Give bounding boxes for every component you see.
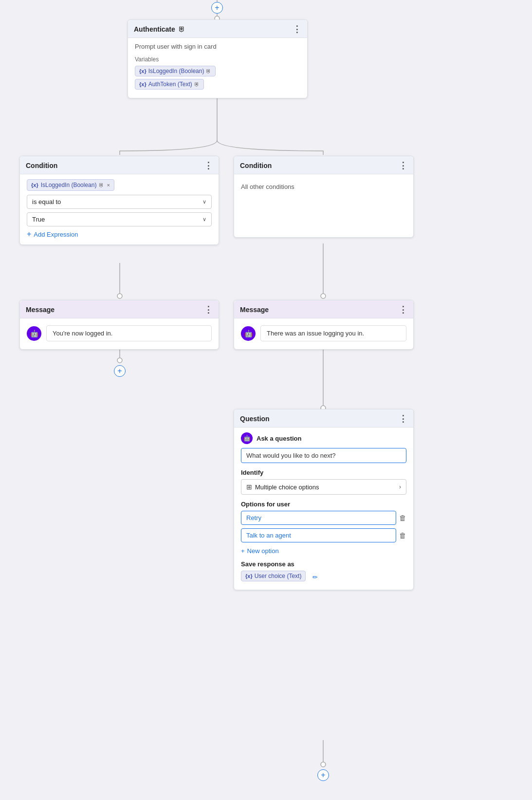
message-left-body: 🤖 You're now logged in. [20, 318, 219, 349]
authenticate-header: Authenticate ⛨ ⋮ [128, 20, 307, 38]
message-left-text: You're now logged in. [46, 325, 212, 341]
message-right-menu[interactable]: ⋮ [399, 305, 407, 314]
value-chevron: ∨ [202, 216, 206, 223]
value-dropdown[interactable]: True ∨ [27, 212, 212, 226]
variables-section: Variables {x} IsLoggedIn (Boolean) ⛨ {x}… [128, 53, 307, 98]
svg-point-4 [117, 294, 122, 298]
condition-right-card: Condition ⋮ All other conditions [234, 156, 414, 238]
options-label: Options for user [241, 501, 406, 508]
save-var-icon: {x} [245, 573, 253, 579]
bot-icon-left: 🤖 [30, 330, 38, 337]
bot-icon-right: 🤖 [244, 330, 253, 337]
condition-left-menu[interactable]: ⋮ [204, 161, 213, 170]
shield-icon-var2: ⛨ [194, 81, 200, 87]
question-text-input[interactable]: What would you like to do next? [241, 448, 406, 463]
connectors-svg [0, 0, 532, 800]
save-response-label: Save response as [241, 560, 406, 568]
value-text: True [32, 216, 45, 223]
authenticate-description: Prompt user with sign in card [128, 38, 307, 53]
message-right-title: Message [240, 306, 269, 314]
identify-row[interactable]: ⊞ Multiple choice options › [241, 479, 406, 495]
message-left-menu[interactable]: ⋮ [204, 305, 213, 314]
question-card: Question ⋮ 🤖 Ask a question What would y… [234, 409, 414, 590]
identify-value: Multiple choice options [255, 484, 319, 491]
condition-right-header: Condition ⋮ [234, 156, 413, 174]
variable-isloggedin: {x} IsLoggedIn (Boolean) ⛨ [135, 66, 216, 76]
message-right-header: Message ⋮ [234, 300, 413, 318]
svg-point-6 [117, 358, 122, 363]
authenticate-card: Authenticate ⛨ ⋮ Prompt user with sign i… [128, 19, 308, 98]
option-trash-1[interactable]: 🗑 [399, 514, 406, 522]
ask-question-label: Ask a question [257, 435, 301, 442]
operator-value: is equal to [32, 198, 61, 205]
condition-left-card: Condition ⋮ {x} IsLoggedIn (Boolean) ⛨ ×… [19, 156, 219, 245]
option-input-2[interactable] [241, 528, 396, 542]
question-header: Question ⋮ [234, 409, 413, 428]
message-left-card: Message ⋮ 🤖 You're now logged in. [19, 300, 219, 350]
message-left-header: Message ⋮ [20, 300, 219, 318]
message-right-body: 🤖 There was an issue logging you in. [234, 318, 413, 349]
new-option-icon: + [241, 547, 245, 555]
add-expression-label: Add Expression [34, 231, 78, 238]
filter-tag: {x} IsLoggedIn (Boolean) ⛨ × [27, 179, 114, 191]
message-right-text: There was an issue logging you in. [260, 325, 406, 341]
condition-left-header: Condition ⋮ [20, 156, 219, 174]
bot-avatar-right: 🤖 [241, 326, 256, 341]
message-right-card: Message ⋮ 🤖 There was an issue logging y… [234, 300, 414, 350]
condition-right-menu[interactable]: ⋮ [399, 161, 407, 170]
option-trash-2[interactable]: 🗑 [399, 531, 406, 540]
operator-dropdown[interactable]: is equal to ∨ [27, 195, 212, 209]
operator-chevron: ∨ [202, 199, 206, 205]
add-expression-icon: + [27, 230, 31, 239]
authenticate-menu[interactable]: ⋮ [293, 25, 301, 34]
left-plus-node[interactable]: + [114, 365, 126, 377]
variable-authtoken: {x} AuthToken (Text) ⛨ [135, 79, 204, 90]
question-body: 🤖 Ask a question What would you like to … [234, 428, 413, 590]
new-option-button[interactable]: + New option [241, 547, 406, 555]
question-menu[interactable]: ⋮ [399, 414, 407, 423]
add-expression-button[interactable]: + Add Expression [27, 230, 212, 239]
condition-left-title: Condition [26, 162, 57, 169]
question-title: Question [240, 415, 270, 423]
shield-icon-filter: ⛨ [99, 182, 104, 188]
identify-label: Identify [241, 469, 406, 476]
right-plus-node[interactable]: + [317, 769, 329, 781]
grid-icon: ⊞ [246, 483, 252, 491]
save-response-tag: {x} User choice (Text) [241, 571, 306, 581]
option-row-2: 🗑 [241, 528, 406, 542]
option-input-1[interactable] [241, 511, 396, 525]
condition-right-body: All other conditions [234, 174, 413, 237]
save-response-value: User choice (Text) [255, 573, 302, 579]
bot-avatar-left: 🤖 [27, 326, 41, 341]
var-icon-2: {x} [139, 81, 147, 87]
ask-question-header: 🤖 Ask a question [241, 432, 406, 444]
new-option-label: New option [247, 547, 279, 555]
authenticate-title: Authenticate [134, 25, 175, 33]
filter-close[interactable]: × [107, 182, 110, 188]
other-conditions-text: All other conditions [241, 179, 406, 192]
svg-point-8 [321, 294, 326, 298]
canvas: + Authenticate ⛨ ⋮ Prompt user with sign… [0, 0, 532, 800]
message-left-title: Message [26, 306, 55, 314]
svg-point-12 [321, 762, 326, 767]
filter-tag-text: IsLoggedIn (Boolean) [41, 182, 97, 188]
shield-icon-var1: ⛨ [206, 68, 211, 74]
condition-right-title: Condition [240, 162, 272, 169]
option-row-1: 🗑 [241, 511, 406, 525]
options-section: 🗑 🗑 [241, 511, 406, 542]
bot-avatar-question: 🤖 [241, 432, 253, 444]
variables-label: Variables [135, 56, 300, 63]
condition-left-body: {x} IsLoggedIn (Boolean) ⛨ × is equal to… [20, 174, 219, 244]
var-icon-1: {x} [139, 68, 147, 74]
shield-icon: ⛨ [178, 25, 185, 33]
identify-chevron: › [399, 484, 401, 490]
filter-var-icon: {x} [31, 182, 38, 188]
top-plus-node[interactable]: + [211, 2, 223, 14]
edit-save-response-icon[interactable]: ✏ [312, 574, 318, 581]
